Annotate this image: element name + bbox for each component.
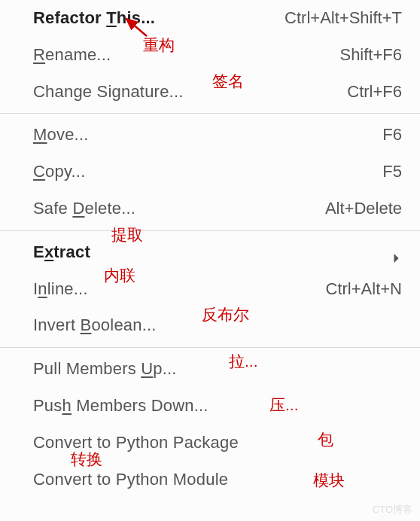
menu-separator — [0, 230, 420, 231]
menu-item[interactable]: Refactor This...Ctrl+Alt+Shift+T — [0, 0, 420, 37]
menu-item-shortcut: F5 — [382, 160, 402, 184]
menu-item[interactable]: Convert to Python Module — [0, 462, 420, 498]
menu-item-shortcut: F6 — [382, 123, 402, 147]
menu-item[interactable]: Copy...F5 — [0, 154, 420, 190]
menu-item-label: Push Members Down... — [33, 395, 208, 418]
menu-item[interactable]: Safe Delete...Alt+Delete — [0, 190, 420, 227]
menu-item-label: Invert Boolean... — [33, 314, 157, 337]
menu-item-label: Extract — [33, 241, 90, 264]
menu-item-label: Safe Delete... — [33, 197, 135, 221]
menu-item-label: Refactor This... — [33, 7, 155, 30]
menu-item-label: Pull Members Up... — [33, 358, 177, 381]
menu-separator — [0, 113, 420, 114]
menu-item-shortcut: Ctrl+Alt+Shift+T — [285, 7, 402, 30]
menu-item-label: Convert to Python Module — [33, 468, 228, 492]
menu-item-shortcut: Ctrl+Alt+N — [326, 278, 402, 301]
menu-item-shortcut: Shift+F6 — [339, 44, 402, 67]
menu-item-shortcut: Alt+Delete — [325, 197, 402, 221]
menu-item-label: Move... — [33, 123, 89, 147]
menu-item[interactable]: Change Signature...Ctrl+F6 — [0, 74, 420, 111]
watermark: CTO博客 — [373, 503, 412, 516]
menu-item[interactable]: Convert to Python Package — [0, 425, 420, 462]
menu-item[interactable]: Extract — [0, 234, 420, 271]
menu-item-shortcut: Ctrl+F6 — [347, 81, 402, 104]
menu-item-label: Copy... — [33, 160, 85, 184]
menu-item-label: Rename... — [33, 44, 111, 67]
menu-item[interactable]: Pull Members Up... — [0, 351, 420, 388]
menu-item[interactable]: Push Members Down... — [0, 388, 420, 425]
menu-item-label: Convert to Python Package — [33, 431, 239, 455]
menu-item[interactable]: Rename...Shift+F6 — [0, 37, 420, 74]
menu-item[interactable]: Invert Boolean... — [0, 307, 420, 344]
menu-separator — [0, 347, 420, 348]
menu-item[interactable]: Move...F6 — [0, 117, 420, 154]
menu-item-label: Inline... — [33, 278, 88, 301]
context-menu: Refactor This...Ctrl+Alt+Shift+TRename..… — [0, 0, 420, 498]
chevron-right-icon — [391, 247, 402, 257]
menu-item[interactable]: Inline...Ctrl+Alt+N — [0, 271, 420, 308]
menu-item-label: Change Signature... — [33, 81, 184, 104]
